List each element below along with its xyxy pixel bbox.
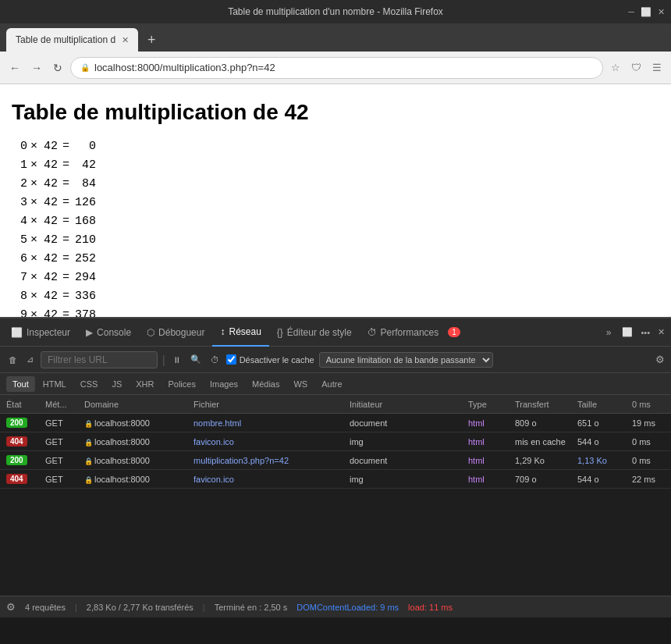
subtab-css[interactable]: CSS xyxy=(74,376,105,392)
row-size: 1,13 Ko xyxy=(574,456,629,465)
subtab-polices[interactable]: Polices xyxy=(162,376,201,392)
minimize-button[interactable]: ─ xyxy=(628,7,634,16)
row-size: 544 o xyxy=(574,437,629,447)
debogueur-icon: ⬡ xyxy=(147,327,154,338)
row-file[interactable]: multiplication3.php?n=42 xyxy=(190,456,346,465)
editeur-icon: {} xyxy=(277,327,283,338)
row-time: 22 ms xyxy=(629,475,668,484)
close-button[interactable]: ✕ xyxy=(658,7,665,17)
url-bar[interactable]: 🔒 localhost:8000/multiplication3.php?n=4… xyxy=(70,57,603,79)
devtools-tab-debogueur[interactable]: ⬡ Débogueur xyxy=(139,318,212,347)
table-row: 4 × 42 = 168 xyxy=(12,212,659,231)
browser-tabbar: Table de multiplication d ✕ + xyxy=(0,23,671,52)
col-header-method: Mét... xyxy=(42,400,81,409)
row-type: html xyxy=(465,475,512,484)
devtools-tab-console[interactable]: ▶ Console xyxy=(78,318,139,347)
status-badge: 200 xyxy=(6,418,27,428)
titlebar-controls: ─ ⬜ ✕ xyxy=(628,7,665,17)
row-transfer: 809 o xyxy=(512,418,574,428)
restore-button[interactable]: ⬜ xyxy=(641,7,651,17)
devtools-more-button[interactable]: » xyxy=(602,322,616,343)
disable-cache-label[interactable]: Désactiver le cache xyxy=(226,354,314,365)
page-title: Table de multiplication de 42 xyxy=(12,100,659,125)
row-file[interactable]: favicon.ico xyxy=(190,475,346,484)
performances-icon: ⏱ xyxy=(367,327,377,338)
bookmark-icon[interactable]: ☆ xyxy=(608,59,623,76)
separator1: | xyxy=(162,354,165,366)
tab-close-button[interactable]: ✕ xyxy=(122,35,129,45)
devtools-tab-performances[interactable]: ⏱ Performances xyxy=(360,318,447,347)
status-badge: 200 xyxy=(6,455,27,465)
row-status: 200 xyxy=(3,418,42,428)
dom-content-loaded[interactable]: DOMContentLoaded: 9 ms xyxy=(296,603,399,612)
table-header: État Mét... Domaine Fichier Initiateur T… xyxy=(0,395,671,414)
network-table-body: 200 GET 🔒localhost:8000 nombre.html docu… xyxy=(0,414,671,596)
devtools-tab-inspecteur[interactable]: ⬜ Inspecteur xyxy=(3,318,78,347)
security-icon: 🔒 xyxy=(80,63,90,72)
subtab-tout[interactable]: Tout xyxy=(6,376,35,392)
subtab-html[interactable]: HTML xyxy=(37,376,73,392)
row-number: 1 xyxy=(12,156,27,175)
finished-time: Terminé en : 2,50 s xyxy=(215,603,288,612)
console-icon: ▶ xyxy=(86,327,93,338)
row-initiator: document xyxy=(346,418,465,428)
row-file[interactable]: favicon.ico xyxy=(190,437,346,447)
row-time: 0 ms xyxy=(629,437,668,447)
clear-requests-button[interactable]: 🗑 xyxy=(6,353,20,367)
load-time[interactable]: load: 11 ms xyxy=(408,603,453,612)
row-number: 3 xyxy=(12,194,27,212)
row-file[interactable]: nombre.html xyxy=(190,418,346,428)
filter-input[interactable] xyxy=(41,351,158,368)
row-domain: 🔒localhost:8000 xyxy=(81,437,190,447)
network-row[interactable]: 200 GET 🔒localhost:8000 nombre.html docu… xyxy=(0,414,671,432)
table-row: 1 × 42 = 42 xyxy=(12,156,659,175)
subtab-ws[interactable]: WS xyxy=(287,376,314,392)
pause-button[interactable]: ⏸ xyxy=(170,353,183,367)
throttle-button[interactable]: ⏱ xyxy=(208,353,222,367)
col-header-type: Type xyxy=(465,400,512,409)
network-settings-button[interactable]: ⚙ xyxy=(655,354,665,365)
row-method: GET xyxy=(42,437,81,447)
network-row[interactable]: 200 GET 🔒localhost:8000 multiplication3.… xyxy=(0,451,671,470)
responsive-design-button[interactable]: ⬜ xyxy=(619,324,636,340)
filter-icon[interactable]: ⊿ xyxy=(24,352,36,367)
disable-cache-checkbox[interactable] xyxy=(226,354,236,365)
search-button[interactable]: 🔍 xyxy=(188,352,204,367)
table-row: 6 × 42 = 252 xyxy=(12,250,659,269)
status-gear-icon: ⚙ xyxy=(6,601,16,613)
col-header-transfer: Transfert xyxy=(512,400,574,409)
browser-navbar: ← → ↻ 🔒 localhost:8000/multiplication3.p… xyxy=(0,52,671,84)
devtools-tab-editeur[interactable]: {} Éditeur de style xyxy=(269,318,360,347)
reseau-icon: ↕ xyxy=(220,326,225,337)
close-devtools-button[interactable]: ✕ xyxy=(655,324,668,340)
multiplication-table: 0 × 42 = 01 × 42 = 422 × 42 = 843 × 42 =… xyxy=(12,137,659,317)
shield-icon[interactable]: 🛡 xyxy=(628,59,644,76)
devtools-tab-reseau[interactable]: ↕ Réseau xyxy=(212,318,268,347)
subtab-images[interactable]: Images xyxy=(204,376,244,392)
reload-button[interactable]: ↻ xyxy=(50,59,66,77)
back-button[interactable]: ← xyxy=(6,59,23,77)
row-transfer: 709 o xyxy=(512,475,574,484)
row-method: GET xyxy=(42,475,81,484)
subtab-js[interactable]: JS xyxy=(105,376,128,392)
status-sep1: | xyxy=(75,603,77,612)
table-row: 7 × 42 = 294 xyxy=(12,269,659,287)
menu-icon[interactable]: ☰ xyxy=(649,59,665,76)
row-initiator: img xyxy=(346,475,465,484)
row-number: 8 xyxy=(12,287,27,306)
bandwidth-select[interactable]: Aucune limitation de la bande passante xyxy=(319,352,493,368)
new-tab-button[interactable]: + xyxy=(141,29,162,52)
more-options-button[interactable]: ••• xyxy=(637,325,653,340)
row-status: 200 xyxy=(3,455,42,465)
subtab-médias[interactable]: Médias xyxy=(246,376,286,392)
table-row: 8 × 42 = 336 xyxy=(12,287,659,306)
request-count: 4 requêtes xyxy=(25,603,66,612)
network-row[interactable]: 404 GET 🔒localhost:8000 favicon.ico img … xyxy=(0,432,671,451)
inspecteur-icon: ⬜ xyxy=(11,327,23,338)
forward-button[interactable]: → xyxy=(28,59,45,77)
subtab-xhr[interactable]: XHR xyxy=(130,376,160,392)
subtab-autre[interactable]: Autre xyxy=(315,376,348,392)
browser-tab[interactable]: Table de multiplication d ✕ xyxy=(6,28,138,52)
network-row[interactable]: 404 GET 🔒localhost:8000 favicon.ico img … xyxy=(0,470,671,489)
table-row: 2 × 42 = 84 xyxy=(12,175,659,194)
